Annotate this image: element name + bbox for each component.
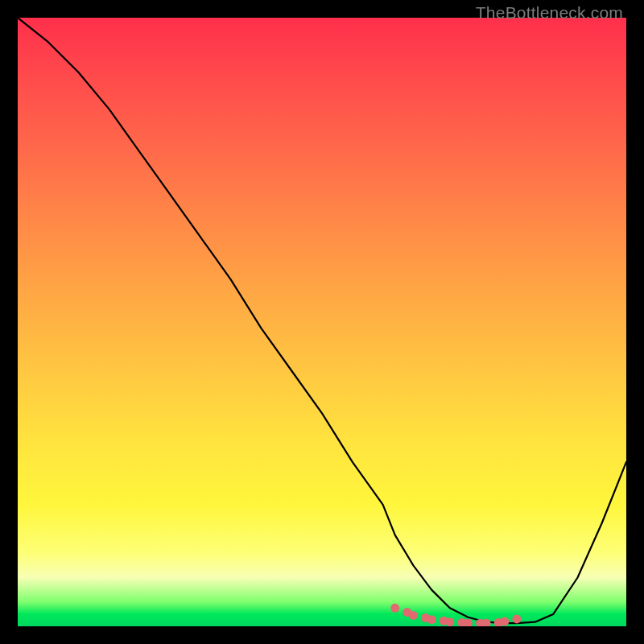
minimum-region-markers xyxy=(390,604,521,626)
marker-dot xyxy=(427,615,436,624)
marker-dot xyxy=(500,617,509,626)
marker-dot xyxy=(512,614,521,623)
curve-plot xyxy=(18,18,626,626)
plot-frame xyxy=(18,18,626,626)
watermark-text: TheBottleneck.com xyxy=(476,3,623,23)
marker-dot xyxy=(390,604,399,613)
marker-dot xyxy=(445,617,454,626)
marker-dot xyxy=(409,611,418,620)
bottleneck-curve xyxy=(18,18,626,623)
